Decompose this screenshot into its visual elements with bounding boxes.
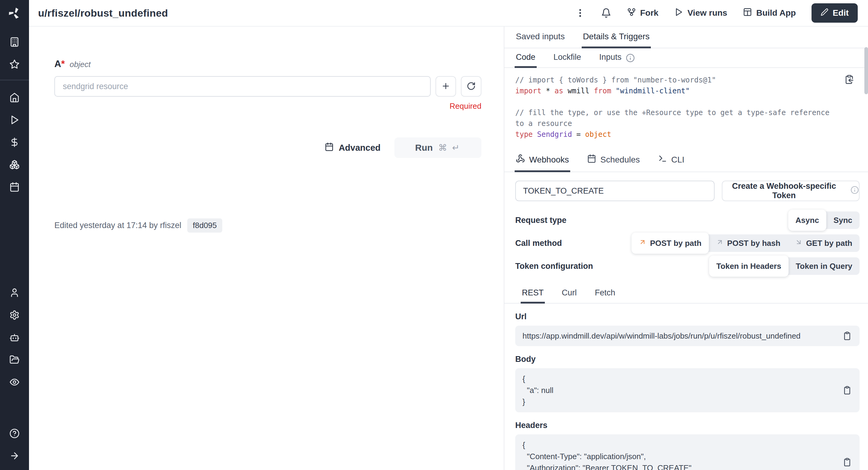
headers-value: { "Content-Type": "application/json", "A… xyxy=(523,439,834,470)
advanced-button[interactable]: Advanced xyxy=(325,142,380,153)
headers-label: Headers xyxy=(515,421,860,430)
layout-icon xyxy=(743,7,752,19)
windmill-logo[interactable] xyxy=(7,6,22,21)
trigger-tabs: Webhooks Schedules CLI xyxy=(504,149,868,172)
schedules-calendar-icon[interactable] xyxy=(9,182,20,192)
refresh-icon xyxy=(467,82,476,92)
resource-input[interactable] xyxy=(54,76,431,97)
tab-curl[interactable]: Curl xyxy=(561,284,578,304)
detail-tabs: Code Lockfile Inputs xyxy=(504,48,868,68)
tab-details-triggers[interactable]: Details & Triggers xyxy=(582,27,651,48)
tab-code[interactable]: Code xyxy=(515,48,537,68)
home-icon[interactable] xyxy=(9,92,20,103)
info-icon xyxy=(850,186,859,196)
request-type-async[interactable]: Async xyxy=(788,210,826,231)
terminal-icon xyxy=(658,154,667,165)
favorites-star-icon[interactable] xyxy=(9,59,20,69)
topbar: u/rfiszel/robust_undefined Fork View run… xyxy=(29,0,868,27)
add-resource-button[interactable] xyxy=(435,76,456,97)
windmill-app: u/rfiszel/robust_undefined Fork View run… xyxy=(0,0,868,470)
panel-scrollbar-thumb[interactable] xyxy=(864,47,868,94)
url-box: https://app.windmill.dev/api/w/windmill-… xyxy=(515,325,860,346)
refresh-button[interactable] xyxy=(461,76,482,97)
fork-button[interactable]: Fork xyxy=(627,7,659,19)
url-label: Url xyxy=(515,312,860,321)
arrow-up-right-icon xyxy=(639,238,646,248)
details-panel: Saved inputs Details & Triggers Code Loc… xyxy=(504,27,868,470)
tab-cli[interactable]: CLI xyxy=(657,149,686,172)
body-box: { "a": null } xyxy=(515,368,860,412)
run-button[interactable]: Run ⌘ ↵ xyxy=(395,137,482,158)
edit-button[interactable]: Edit xyxy=(811,3,858,23)
play-outline-icon xyxy=(674,7,683,19)
edited-info: Edited yesterday at 17:14 by rfiszel f8d… xyxy=(54,218,482,232)
run-shortcut: ⌘ ↵ xyxy=(438,143,461,153)
tab-rest[interactable]: REST xyxy=(521,284,545,304)
build-app-button[interactable]: Build App xyxy=(743,7,796,19)
webhook-icon xyxy=(516,154,525,165)
tab-saved-inputs[interactable]: Saved inputs xyxy=(515,27,566,48)
view-runs-button[interactable]: View runs xyxy=(674,7,727,19)
url-value: https://app.windmill.dev/api/w/windmill-… xyxy=(523,331,801,341)
runs-play-icon[interactable] xyxy=(9,115,20,125)
sidebar xyxy=(0,0,29,470)
field-header: A* object xyxy=(54,59,482,69)
code-block: // import { toWords } from "number-to-wo… xyxy=(515,74,840,140)
info-icon xyxy=(626,54,633,61)
page-title: u/rfiszel/robust_undefined xyxy=(38,7,575,19)
tab-fetch[interactable]: Fetch xyxy=(594,284,617,304)
audit-eye-icon[interactable] xyxy=(9,377,20,387)
field-type: object xyxy=(69,60,90,69)
tab-lockfile[interactable]: Lockfile xyxy=(552,48,583,68)
user-icon[interactable] xyxy=(9,287,20,298)
copy-code-icon[interactable] xyxy=(844,74,854,84)
help-icon[interactable] xyxy=(9,428,20,439)
field-name: A* xyxy=(54,59,65,69)
resources-boxes-icon[interactable] xyxy=(9,159,20,170)
copy-url-icon[interactable] xyxy=(843,331,852,340)
arrow-up-right-icon xyxy=(716,238,724,248)
token-input[interactable] xyxy=(515,181,715,201)
tab-inputs[interactable]: Inputs xyxy=(598,48,635,68)
folders-icon[interactable] xyxy=(9,355,20,365)
sidebar-divider xyxy=(0,80,29,80)
panel-tabs: Saved inputs Details & Triggers xyxy=(504,27,868,48)
version-hash-badge: f8d095 xyxy=(187,218,222,232)
kebab-menu-icon[interactable] xyxy=(575,8,585,18)
call-method-toggle: POST by path POST by hash GET by path xyxy=(631,234,860,252)
call-method-get-by-path[interactable]: GET by path xyxy=(788,234,860,252)
tab-webhooks[interactable]: Webhooks xyxy=(515,149,570,172)
request-type-label: Request type xyxy=(515,216,566,225)
arrow-down-right-icon xyxy=(795,238,803,248)
token-in-query[interactable]: Token in Query xyxy=(788,257,860,275)
request-type-toggle: Async Sync xyxy=(788,212,860,229)
edited-text: Edited yesterday at 17:14 by rfiszel xyxy=(54,221,181,230)
webhook-section: Create a Webhook-specific Token Request … xyxy=(504,172,868,470)
request-type-sync[interactable]: Sync xyxy=(826,212,860,229)
call-method-post-by-hash[interactable]: POST by hash xyxy=(709,234,788,252)
headers-box: { "Content-Type": "application/json", "A… xyxy=(515,434,860,470)
body-label: Body xyxy=(515,355,860,364)
token-in-headers[interactable]: Token in Headers xyxy=(709,255,788,277)
git-fork-icon xyxy=(627,7,636,19)
settings-gear-icon[interactable] xyxy=(9,310,20,320)
required-hint: Required xyxy=(54,101,482,111)
tab-schedules[interactable]: Schedules xyxy=(586,149,641,172)
copy-body-icon[interactable] xyxy=(843,386,852,395)
token-configuration-toggle: Token in Headers Token in Query xyxy=(709,257,860,275)
create-webhook-token-button[interactable]: Create a Webhook-specific Token xyxy=(722,181,860,201)
workspace-building-icon[interactable] xyxy=(9,37,20,47)
notifications-bell-icon[interactable] xyxy=(601,8,611,18)
calendar-icon xyxy=(325,142,334,153)
plus-icon xyxy=(441,82,450,92)
code-viewer: // import { toWords } from "number-to-wo… xyxy=(504,68,868,149)
topbar-actions: Fork View runs Build App Edit xyxy=(575,3,858,23)
calendar-icon xyxy=(587,154,596,165)
variables-dollar-icon[interactable] xyxy=(9,137,20,148)
token-configuration-label: Token configuration xyxy=(515,261,593,271)
expand-sidebar-arrow-icon[interactable] xyxy=(9,451,20,461)
copy-headers-icon[interactable] xyxy=(843,458,852,467)
call-method-post-by-path[interactable]: POST by path xyxy=(631,232,709,254)
workers-bot-icon[interactable] xyxy=(9,332,20,343)
pencil-icon xyxy=(820,8,829,18)
